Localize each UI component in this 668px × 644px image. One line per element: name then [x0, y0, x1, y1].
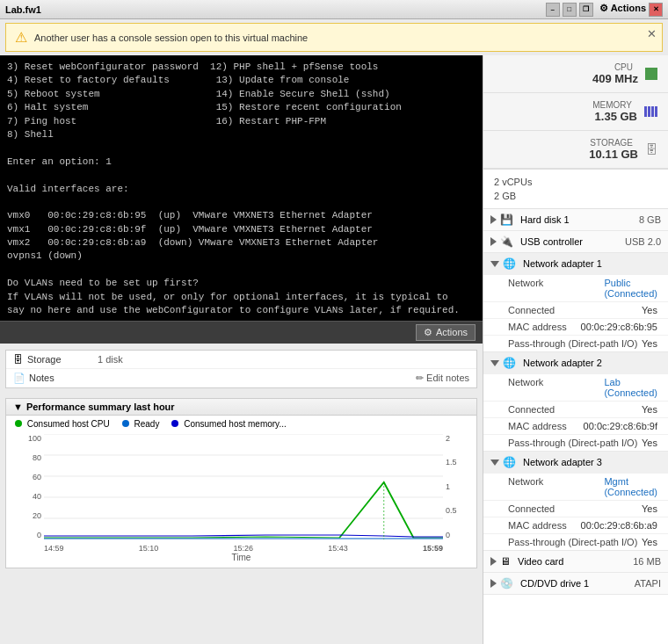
network-adapter-1-label: Network adapter 1: [523, 258, 602, 269]
cd-dvd-collapse-icon: [490, 579, 497, 588]
net3-network-label: Network: [508, 476, 604, 497]
net3-passthrough-label: Pass-through (Direct-path I/O): [508, 537, 642, 547]
vcpu-value: 2 vCPUs: [494, 177, 532, 187]
net1-network-value[interactable]: Public (Connected): [604, 278, 657, 299]
network-icon-3: 🌐: [503, 456, 516, 468]
close-button[interactable]: ✕: [649, 3, 663, 17]
spec-vcpu: 2 vCPUs: [483, 175, 668, 189]
net1-connected-label: Connected: [508, 305, 642, 315]
perf-legend: Consumed host CPU Ready Consumed host me…: [6, 416, 476, 432]
cpu-value: 409 MHz: [592, 72, 638, 85]
warning-close-button[interactable]: ✕: [647, 27, 657, 40]
storage-res-icon: 🗄: [645, 142, 657, 156]
storage-value: 1 disk: [98, 354, 123, 365]
net2-network-value[interactable]: Lab (Connected): [604, 377, 657, 398]
net2-mac-row: MAC address 00:0c:29:c8:6b:9f: [483, 417, 668, 434]
collapse-icon[interactable]: ▼: [13, 402, 23, 412]
actions-button[interactable]: ⚙ Actions: [416, 324, 476, 341]
net3-mac-value: 00:0c:29:c8:6b:a9: [581, 520, 657, 531]
usb-collapse-icon: [490, 237, 497, 246]
storage-card: STORAGE 10.11 GB 🗄: [483, 131, 668, 169]
main-layout: 3) Reset webConfigurator password 12) PH…: [0, 55, 668, 644]
storage-label: Storage: [27, 354, 98, 365]
net3-connected-row: Connected Yes: [483, 500, 668, 517]
cpu-dot: [15, 420, 22, 427]
net3-mac-label: MAC address: [508, 520, 581, 531]
usb-controller-header[interactable]: 🔌 USB controller USB 2.0: [483, 231, 668, 252]
hard-disk-label: Hard disk 1: [520, 214, 570, 225]
network-adapter-2-group: 🌐 Network adapter 2 Network Lab (Connect…: [483, 352, 668, 452]
ready-dot: [122, 420, 129, 427]
x-axis: 14:5915:1015:2615:4315:59: [13, 542, 443, 553]
hard-disk-header[interactable]: 💾 Hard disk 1 8 GB: [483, 209, 668, 230]
usb-value: USB 2.0: [625, 236, 661, 247]
warning-icon: ⚠: [15, 29, 27, 46]
usb-controller-group: 🔌 USB controller USB 2.0: [483, 231, 668, 253]
y-axis-right: 21.510.50: [443, 434, 469, 539]
network-adapter-3-collapse-icon: [490, 459, 499, 466]
actions-label[interactable]: Actions: [611, 3, 646, 17]
net2-network-row: Network Lab (Connected): [483, 373, 668, 401]
net1-mac-value: 00:0c:29:c8:6b:95: [581, 322, 657, 332]
usb-label: USB controller: [520, 236, 583, 247]
cpu-label: CPU: [592, 62, 633, 72]
specs-section: 2 vCPUs 2 GB: [483, 170, 668, 209]
network-adapter-1-collapse-icon: [490, 261, 499, 267]
memory-icon: [644, 106, 657, 117]
network-adapter-2-header[interactable]: 🌐 Network adapter 2: [483, 352, 668, 373]
perf-title: Performance summary last hour: [26, 402, 175, 412]
memory-value: 1.35 GB: [592, 110, 637, 123]
video-card-label: Video card: [518, 556, 563, 567]
network-adapter-2-collapse-icon: [490, 360, 499, 366]
maximize-button[interactable]: □: [563, 3, 577, 17]
network-adapter-1-header[interactable]: 🌐 Network adapter 1: [483, 253, 668, 274]
restore-button[interactable]: ❐: [579, 3, 593, 17]
network-adapter-3-group: 🌐 Network adapter 3 Network Mgmt (Connec…: [483, 452, 668, 551]
video-card-header[interactable]: 🖥 Video card 16 MB: [483, 551, 668, 572]
memory-dot: [171, 420, 178, 427]
net2-passthrough-row: Pass-through (Direct-path I/O) Yes: [483, 434, 668, 451]
storage-icon: 🗄: [13, 354, 23, 365]
gear-icon: ⚙: [424, 327, 432, 338]
perf-header: ▼ Performance summary last hour: [6, 399, 476, 416]
hard-disk-collapse-icon: [490, 215, 497, 224]
cd-dvd-label: CD/DVD drive 1: [520, 578, 589, 589]
notes-label: Notes: [29, 373, 54, 383]
net3-passthrough-value: Yes: [642, 537, 657, 547]
network-adapter-3-header[interactable]: 🌐 Network adapter 3: [483, 452, 668, 473]
net1-connected-value: Yes: [642, 305, 657, 315]
spec-ram: 2 GB: [483, 189, 668, 203]
network-adapter-2-label: Network adapter 2: [523, 358, 602, 368]
net1-network-row: Network Public (Connected): [483, 274, 668, 301]
terminal-output[interactable]: 3) Reset webConfigurator password 12) PH…: [0, 55, 483, 321]
right-panel[interactable]: CPU 409 MHz MEMORY 1.35 GB STORAGE: [483, 55, 668, 644]
net1-network-label: Network: [508, 278, 604, 299]
x-axis-label: Time: [13, 553, 469, 564]
chart-area: 100806040200: [6, 432, 476, 568]
cd-dvd-group: 💿 CD/DVD drive 1 ATAPI: [483, 573, 668, 595]
cd-dvd-header[interactable]: 💿 CD/DVD drive 1 ATAPI: [483, 573, 668, 594]
chart-container: 100806040200: [13, 434, 469, 542]
net3-network-value[interactable]: Mgmt (Connected): [604, 476, 657, 497]
legend-cpu-label: Consumed host CPU: [27, 419, 110, 429]
net3-passthrough-row: Pass-through (Direct-path I/O) Yes: [483, 533, 668, 550]
actions-btn-label: Actions: [436, 327, 468, 337]
ram-value: 2 GB: [494, 191, 516, 201]
network-adapter-3-label: Network adapter 3: [523, 457, 602, 467]
actions-gear-icon: ⚙: [599, 3, 608, 17]
net3-network-row: Network Mgmt (Connected): [483, 473, 668, 500]
video-card-group: 🖥 Video card 16 MB: [483, 551, 668, 573]
net1-connected-row: Connected Yes: [483, 301, 668, 318]
net2-network-label: Network: [508, 377, 604, 398]
storage-section: 🗄 Storage 1 disk 📄 Notes ✏ Edit notes: [5, 350, 477, 388]
hardware-section: 💾 Hard disk 1 8 GB 🔌 USB controller USB …: [483, 209, 668, 595]
edit-notes-button[interactable]: ✏ Edit notes: [416, 373, 469, 384]
window-title: Lab.fw1: [5, 4, 41, 15]
cd-dvd-icon: 💿: [500, 577, 513, 590]
net1-passthrough-label: Pass-through (Direct-path I/O): [508, 338, 642, 349]
net2-passthrough-label: Pass-through (Direct-path I/O): [508, 438, 642, 448]
notes-icon: 📄: [13, 373, 25, 384]
minimize-button[interactable]: –: [546, 3, 560, 17]
net3-connected-value: Yes: [642, 503, 657, 514]
warning-banner: ⚠ Another user has a console session ope…: [5, 23, 663, 52]
